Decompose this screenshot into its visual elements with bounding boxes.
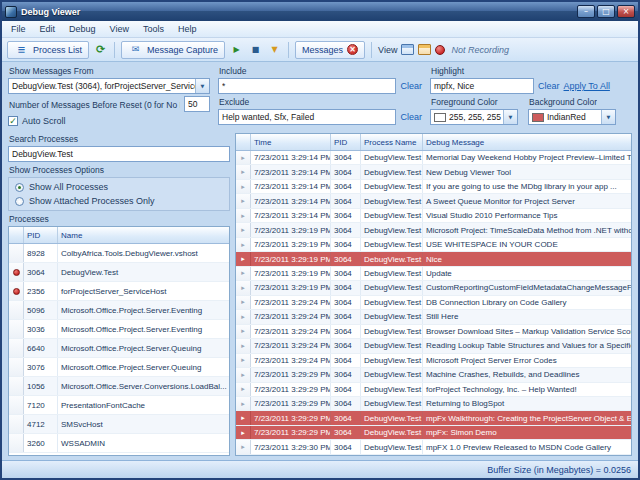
- menu-file[interactable]: File: [4, 23, 33, 35]
- col-header-process-name[interactable]: Process Name: [361, 134, 423, 150]
- menu-help[interactable]: Help: [171, 23, 204, 35]
- message-row[interactable]: ▸7/23/2011 3:29:14 PM3064DebugView.TestI…: [236, 180, 631, 194]
- message-row[interactable]: ▸7/23/2011 3:29:24 PM3064DebugView.TestR…: [236, 339, 631, 353]
- process-row[interactable]: 4712SMSvcHost: [9, 415, 229, 434]
- messages-before-reset-input[interactable]: [184, 96, 210, 112]
- col-header-name[interactable]: Name: [58, 227, 229, 243]
- chevron-down-icon[interactable]: ▼: [601, 110, 615, 124]
- message-pid: 3064: [331, 296, 361, 309]
- include-clear-link[interactable]: Clear: [400, 81, 422, 91]
- close-button[interactable]: ×: [617, 5, 635, 18]
- row-marker-icon: ▸: [241, 385, 245, 393]
- message-row[interactable]: ▸7/23/2011 3:29:19 PM3064DebugView.TestU…: [236, 238, 631, 252]
- maximize-button[interactable]: □: [597, 5, 615, 18]
- menu-debug[interactable]: Debug: [62, 23, 103, 35]
- process-row[interactable]: 3064DebugView.Test: [9, 263, 229, 282]
- row-marker-icon: ▸: [241, 284, 245, 292]
- refresh-processes-icon[interactable]: ⟳: [93, 42, 108, 57]
- radio-show-all-processes[interactable]: Show All Processes: [15, 182, 223, 192]
- message-row[interactable]: ▸7/23/2011 3:29:29 PM3064DebugView.Testm…: [236, 411, 631, 425]
- foreground-color-value: 255, 255, 255: [446, 112, 503, 122]
- message-row[interactable]: ▸7/23/2011 3:29:19 PM3064DebugView.TestU…: [236, 267, 631, 281]
- record-icon[interactable]: [435, 45, 445, 55]
- message-row[interactable]: ▸7/23/2011 3:29:24 PM3064DebugView.TestD…: [236, 296, 631, 310]
- process-row[interactable]: 5096Microsoft.Office.Project.Server.Even…: [9, 301, 229, 320]
- message-row[interactable]: ▸7/23/2011 3:29:19 PM3064DebugView.TestM…: [236, 223, 631, 237]
- message-capture-icon: ✉: [128, 42, 143, 57]
- foreground-color-combo[interactable]: 255, 255, 255 ▼: [430, 109, 518, 125]
- process-row[interactable]: 2356forProjectServer_ServiceHost: [9, 282, 229, 301]
- auto-scroll-label: Auto Scroll: [22, 116, 66, 126]
- stop-capture-icon[interactable]: ■: [248, 42, 263, 57]
- message-text: mpFx Walkthrough: Creating the ProjectSe…: [423, 411, 631, 424]
- message-row[interactable]: ▸7/23/2011 3:29:29 PM3064DebugView.TestM…: [236, 368, 631, 382]
- filter-icon[interactable]: ▼: [267, 42, 282, 57]
- search-processes-input[interactable]: [8, 146, 230, 162]
- start-capture-icon[interactable]: ▶: [229, 42, 244, 57]
- exclude-clear-link[interactable]: Clear: [400, 112, 422, 122]
- col-header-pid[interactable]: PID: [331, 134, 361, 150]
- col-header-pid[interactable]: PID: [24, 227, 58, 243]
- process-row[interactable]: 3076Microsoft.Office.Project.Server.Queu…: [9, 358, 229, 377]
- menu-tools[interactable]: Tools: [136, 23, 171, 35]
- process-row[interactable]: 8928ColbyAfrica.Tools.DebugViewer.vshost: [9, 244, 229, 263]
- message-process-name: DebugView.Test: [361, 151, 423, 164]
- message-pid: 3064: [331, 238, 361, 251]
- window-layout-icon[interactable]: [401, 44, 414, 55]
- main-area: Search Processes Show Processes Options …: [2, 131, 638, 460]
- message-time: 7/23/2011 3:29:24 PM: [251, 310, 331, 323]
- message-row[interactable]: ▸7/23/2011 3:29:14 PM3064DebugView.TestM…: [236, 151, 631, 165]
- window-layout-alt-icon[interactable]: [418, 44, 431, 55]
- close-messages-icon[interactable]: ×: [347, 44, 358, 55]
- process-panel: Search Processes Show Processes Options …: [8, 133, 230, 456]
- message-row[interactable]: ▸7/23/2011 3:29:14 PM3064DebugView.TestV…: [236, 209, 631, 223]
- process-row[interactable]: 7120PresentationFontCache: [9, 396, 229, 415]
- menu-view[interactable]: View: [103, 23, 136, 35]
- titlebar[interactable]: Debug Viewer – □ ×: [2, 2, 638, 21]
- col-header-time[interactable]: Time: [251, 134, 331, 150]
- radio-show-attached-only[interactable]: Show Attached Processes Only: [15, 196, 223, 206]
- process-grid: PID Name 8928ColbyAfrica.Tools.DebugView…: [8, 226, 230, 456]
- col-header-debug-message[interactable]: Debug Message: [423, 134, 631, 150]
- apply-to-all-link[interactable]: Apply To All: [564, 81, 610, 91]
- show-messages-from-combo[interactable]: DebugView.Test (3064), forProjectServer_…: [8, 78, 210, 94]
- message-text: CustomReportingCustomFieldMetadataChange…: [423, 281, 631, 294]
- messages-tab[interactable]: Messages ×: [295, 41, 365, 59]
- exclude-input[interactable]: [218, 109, 396, 125]
- message-text: If you are going to use the MDbg library…: [423, 180, 631, 193]
- process-row[interactable]: 6640Microsoft.Office.Project.Server.Queu…: [9, 339, 229, 358]
- highlight-input[interactable]: [430, 78, 534, 94]
- radio-label: Show All Processes: [29, 182, 108, 192]
- message-row[interactable]: ▸7/23/2011 3:29:24 PM3064DebugView.TestB…: [236, 325, 631, 339]
- debug-viewer-window: Debug Viewer – □ × File Edit Debug View …: [0, 0, 640, 480]
- message-row[interactable]: ▸7/23/2011 3:29:24 PM3064DebugView.TestM…: [236, 354, 631, 368]
- message-text: forProject Technology, Inc. – Help Wante…: [423, 383, 631, 396]
- message-row[interactable]: ▸7/23/2011 3:29:14 PM3064DebugView.TestA…: [236, 194, 631, 208]
- process-row[interactable]: 3260WSSADMIN: [9, 434, 229, 453]
- menu-edit[interactable]: Edit: [33, 23, 63, 35]
- process-list-tab[interactable]: ≡ Process List: [7, 41, 89, 59]
- message-row[interactable]: ▸7/23/2011 3:29:14 PM3064DebugView.TestN…: [236, 165, 631, 179]
- background-color-combo[interactable]: IndianRed ▼: [528, 109, 616, 125]
- message-row[interactable]: ▸7/23/2011 3:29:19 PM3064DebugView.TestC…: [236, 281, 631, 295]
- process-row[interactable]: 3036Microsoft.Office.Project.Server.Even…: [9, 320, 229, 339]
- row-marker-icon: ▸: [241, 226, 245, 234]
- message-row[interactable]: ▸7/23/2011 3:29:24 PM3064DebugView.TestS…: [236, 310, 631, 324]
- row-gutter: ▸: [236, 180, 251, 193]
- message-row[interactable]: ▸7/23/2011 3:29:19 PM3064DebugView.TestN…: [236, 252, 631, 266]
- messages-before-reset-label: Number of Messages Before Reset (0 for N…: [8, 99, 180, 110]
- auto-scroll-checkbox[interactable]: ✓ Auto Scroll: [8, 116, 210, 126]
- highlight-clear-link[interactable]: Clear: [538, 81, 560, 91]
- message-row[interactable]: ▸7/23/2011 3:29:30 PM3064DebugView.Testm…: [236, 440, 631, 454]
- message-row[interactable]: ▸7/23/2011 3:29:29 PM3064DebugView.TestR…: [236, 397, 631, 411]
- chevron-down-icon[interactable]: ▼: [195, 79, 209, 93]
- row-gutter: [9, 434, 24, 452]
- process-row[interactable]: 1056Microsoft.Office.Server.Conversions.…: [9, 377, 229, 396]
- message-capture-tab[interactable]: ✉ Message Capture: [121, 41, 225, 59]
- minimize-button[interactable]: –: [577, 5, 595, 18]
- message-row[interactable]: ▸7/23/2011 3:29:29 PM3064DebugView.Testf…: [236, 383, 631, 397]
- chevron-down-icon[interactable]: ▼: [503, 110, 517, 124]
- include-input[interactable]: [218, 78, 396, 94]
- message-row[interactable]: ▸7/23/2011 3:29:29 PM3064DebugView.Testm…: [236, 426, 631, 440]
- process-pid: 3076: [24, 358, 58, 376]
